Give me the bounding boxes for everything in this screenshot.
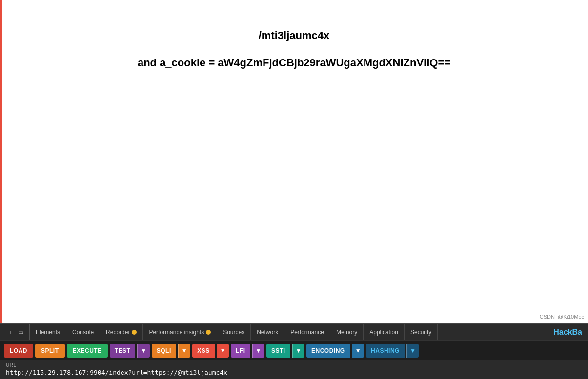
devtools-tab-bar: □ ▭ Elements Console Recorder Performanc…: [0, 323, 588, 340]
ssti-dropdown-arrow[interactable]: ▼: [292, 344, 304, 358]
url-value: http://115.29.178.167:9904/index?url=htt…: [6, 369, 582, 376]
devtools-icon-group: □ ▭: [0, 324, 30, 340]
performance-insights-badge: [206, 330, 211, 335]
test-dropdown: TEST ▼: [110, 344, 150, 358]
load-button[interactable]: LOAD: [4, 344, 33, 358]
watermark: CSDN_@Ki10Moc: [540, 314, 584, 319]
tab-sources[interactable]: Sources: [217, 324, 251, 340]
tab-security[interactable]: Security: [405, 324, 438, 340]
lfi-dropdown-arrow[interactable]: ▼: [252, 344, 264, 358]
xss-dropdown: XSS ▼: [192, 344, 229, 358]
url-bar: URL http://115.29.178.167:9904/index?url…: [0, 360, 588, 379]
tab-recorder[interactable]: Recorder: [100, 324, 143, 340]
xss-dropdown-arrow[interactable]: ▼: [217, 344, 229, 358]
hashing-dropdown: HASHING ▼: [366, 344, 419, 358]
tab-elements[interactable]: Elements: [30, 324, 66, 340]
split-button[interactable]: SPLIT: [35, 344, 65, 358]
encoding-button[interactable]: ENCODING: [306, 344, 350, 358]
tab-memory[interactable]: Memory: [330, 324, 364, 340]
devtools-device-icon[interactable]: ▭: [16, 327, 25, 337]
tab-network[interactable]: Network: [251, 324, 284, 340]
encoding-dropdown: ENCODING ▼: [306, 344, 364, 358]
content-line1: /mti3ljaumc4x: [259, 29, 330, 42]
hashing-button[interactable]: HASHING: [366, 344, 405, 358]
ssti-button[interactable]: SSTI: [266, 344, 290, 358]
main-content: /mti3ljaumc4x and a_cookie = aW4gZmFjdCB…: [0, 0, 588, 323]
sqli-button[interactable]: SQLI: [152, 344, 176, 358]
hashing-dropdown-arrow[interactable]: ▼: [406, 344, 419, 358]
encoding-dropdown-arrow[interactable]: ▼: [352, 344, 364, 358]
tab-performance-insights[interactable]: Performance insights: [143, 324, 217, 340]
tab-performance[interactable]: Performance: [284, 324, 330, 340]
sqli-dropdown: SQLI ▼: [152, 344, 190, 358]
recorder-badge: [132, 330, 137, 335]
devtools-inspect-icon[interactable]: □: [4, 327, 14, 337]
left-border-accent: [0, 0, 2, 323]
content-line2: and a_cookie = aW4gZmFjdCBjb29raWUgaXMgd…: [138, 57, 450, 69]
sqli-dropdown-arrow[interactable]: ▼: [178, 344, 190, 358]
url-label: URL: [6, 362, 582, 368]
test-dropdown-arrow[interactable]: ▼: [137, 344, 149, 358]
ssti-dropdown: SSTI ▼: [266, 344, 304, 358]
lfi-dropdown: LFI ▼: [231, 344, 264, 358]
xss-button[interactable]: XSS: [192, 344, 215, 358]
lfi-button[interactable]: LFI: [231, 344, 250, 358]
execute-button[interactable]: EXECUTE: [67, 344, 108, 358]
hackba-toolbar: LOAD SPLIT EXECUTE TEST ▼ SQLI ▼ XSS ▼ L…: [0, 340, 588, 360]
tab-hackba[interactable]: HackBa: [547, 324, 588, 340]
test-button[interactable]: TEST: [110, 344, 136, 358]
tab-console[interactable]: Console: [66, 324, 100, 340]
tab-application[interactable]: Application: [364, 324, 405, 340]
